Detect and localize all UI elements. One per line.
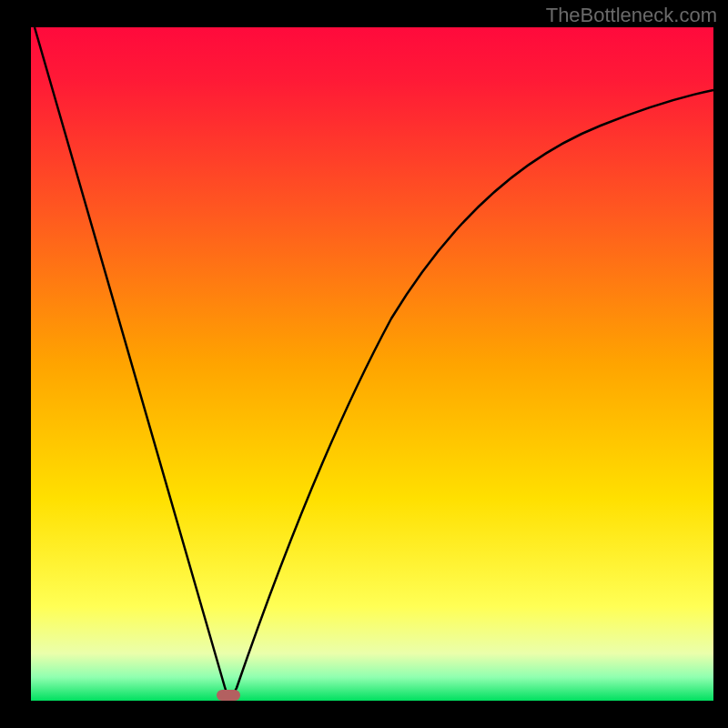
valley-marker — [217, 690, 240, 701]
bottleneck-chart — [0, 0, 728, 728]
plot-area — [31, 27, 713, 701]
attribution-label: TheBottleneck.com — [546, 4, 717, 27]
